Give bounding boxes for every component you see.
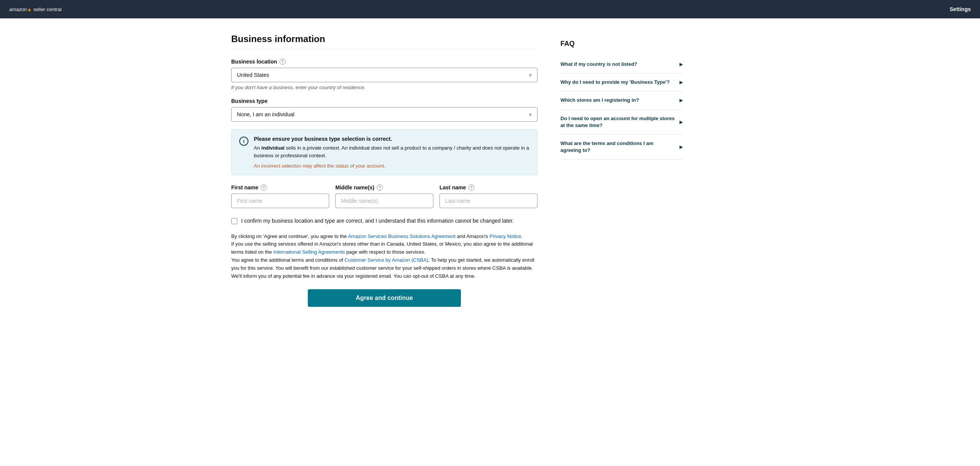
faq-title: FAQ (560, 40, 683, 48)
business-type-info-box: i Please ensure your business type selec… (231, 129, 537, 175)
faq-question-3: Which stores am I registering in? (560, 97, 644, 104)
first-name-field: First name ? (231, 184, 329, 208)
middle-name-label: Middle name(s) ? (335, 184, 433, 191)
last-name-label: Last name ? (439, 184, 537, 191)
first-name-input[interactable] (231, 194, 329, 208)
header: amazon▲ seller central Settings (0, 0, 980, 18)
faq-item-4[interactable]: Do I need to open an account for multipl… (560, 110, 683, 135)
international-selling-link[interactable]: International Selling Agreements (273, 249, 345, 255)
faq-section: FAQ What if my country is not listed? ▶ … (560, 34, 683, 451)
first-name-help-icon[interactable]: ? (261, 184, 267, 191)
business-location-group: Business location ? United StatesUnited … (231, 59, 537, 90)
faq-question-2: Why do I need to provide my 'Business Ty… (560, 79, 675, 86)
name-fields-row: First name ? Middle name(s) ? Last name (231, 184, 537, 208)
faq-item-1[interactable]: What if my country is not listed? ▶ (560, 55, 683, 73)
info-box-title: Please ensure your business type selecti… (254, 136, 529, 142)
last-name-help-icon[interactable]: ? (468, 184, 474, 191)
business-type-label: Business type (231, 98, 537, 104)
first-name-label: First name ? (231, 184, 329, 191)
middle-name-input[interactable] (335, 194, 433, 208)
csba-link[interactable]: Customer Service by Amazon (CSBA) (345, 257, 428, 263)
chevron-right-icon: ▶ (679, 62, 683, 67)
business-location-hint: If you don't have a business, enter your… (231, 85, 537, 90)
privacy-notice-link[interactable]: Privacy Notice (489, 233, 521, 239)
legal-text: By clicking on 'Agree and continue', you… (231, 233, 537, 280)
page-wrapper: Business information Business location ?… (0, 0, 980, 466)
settings-button[interactable]: Settings (950, 6, 971, 12)
faq-item-2[interactable]: Why do I need to provide my 'Business Ty… (560, 73, 683, 91)
form-section: Business information Business location ?… (231, 34, 537, 451)
info-box-warning: An incorrect selection may affect the st… (254, 163, 529, 169)
confirmation-checkbox-label: I confirm my business location and type … (241, 217, 514, 225)
faq-question-4: Do I need to open an account for multipl… (560, 115, 679, 129)
business-type-select-wrapper: None, I am an individualPrivately-owned … (231, 107, 537, 122)
chevron-right-icon: ▶ (679, 98, 683, 103)
info-box-content: Please ensure your business type selecti… (254, 136, 529, 169)
business-location-help-icon[interactable]: ? (279, 59, 286, 65)
last-name-input[interactable] (439, 194, 537, 208)
business-type-group: Business type None, I am an individualPr… (231, 98, 537, 122)
chevron-right-icon: ▶ (679, 144, 683, 150)
business-location-label: Business location ? (231, 59, 537, 65)
faq-item-5[interactable]: What are the terms and conditions I am a… (560, 135, 683, 160)
business-type-select[interactable]: None, I am an individualPrivately-owned … (231, 107, 537, 122)
agree-continue-button[interactable]: Agree and continue (308, 289, 461, 307)
confirmation-checkbox-row: I confirm my business location and type … (231, 217, 537, 225)
chevron-right-icon: ▶ (679, 80, 683, 85)
chevron-right-icon: ▶ (679, 119, 683, 125)
main-content: Business information Business location ?… (222, 18, 758, 466)
last-name-field: Last name ? (439, 184, 537, 208)
faq-question-1: What if my country is not listed? (560, 61, 642, 68)
faq-item-3[interactable]: Which stores am I registering in? ▶ (560, 91, 683, 109)
middle-name-help-icon[interactable]: ? (377, 184, 383, 191)
seller-central-label: seller central (33, 7, 62, 12)
amazon-logo: amazon▲ (9, 7, 32, 12)
info-icon: i (239, 137, 248, 146)
confirmation-checkbox[interactable] (231, 218, 237, 224)
middle-name-field: Middle name(s) ? (335, 184, 433, 208)
faq-question-5: What are the terms and conditions I am a… (560, 140, 679, 154)
bsa-link[interactable]: Amazon Services Business Solutions Agree… (348, 233, 456, 239)
business-location-select-wrapper: United StatesUnited KingdomCanadaGermany… (231, 68, 537, 82)
logo: amazon▲ seller central (9, 7, 62, 12)
business-location-select[interactable]: United StatesUnited KingdomCanadaGermany… (231, 68, 537, 82)
info-box-text: An individual sells in a private context… (254, 144, 529, 159)
page-title: Business information (231, 34, 537, 49)
